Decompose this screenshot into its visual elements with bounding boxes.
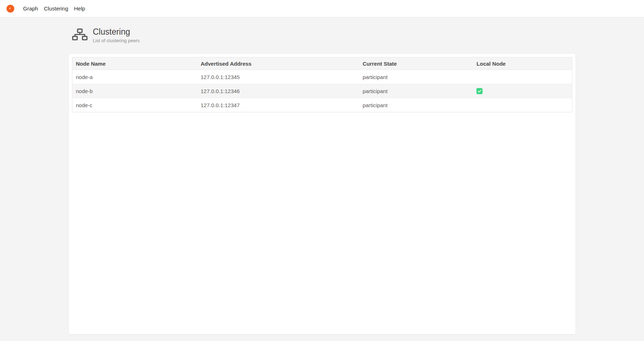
nav-item-graph[interactable]: Graph	[20, 0, 41, 17]
column-header-advertised-address: Advertised Address	[197, 57, 359, 70]
cell-advertised-address: 127.0.0.1:12345	[197, 70, 359, 84]
cell-local-node	[473, 70, 572, 84]
column-header-node-name: Node Name	[72, 57, 197, 70]
cell-node-name: node-a	[72, 70, 197, 84]
cell-node-name: node-c	[72, 98, 197, 112]
nav-item-clustering[interactable]: Clustering	[41, 0, 71, 17]
page-header: Clustering List of clustering peers	[68, 27, 576, 43]
app-logo-icon[interactable]	[4, 3, 16, 15]
table-row: node-c 127.0.0.1:12347 participant	[72, 98, 572, 112]
cell-current-state: participant	[359, 98, 473, 112]
table-header-row: Node Name Advertised Address Current Sta…	[72, 57, 572, 70]
peers-table: Node Name Advertised Address Current Sta…	[72, 57, 572, 112]
column-header-local-node: Local Node	[473, 57, 572, 70]
cell-local-node	[473, 98, 572, 112]
local-node-checkbox[interactable]	[476, 88, 483, 94]
page-title: Clustering	[93, 27, 140, 36]
cell-current-state: participant	[359, 84, 473, 98]
top-nav: Graph Clustering Help	[0, 0, 644, 17]
cell-node-name: node-b	[72, 84, 197, 98]
table-row: node-a 127.0.0.1:12345 participant	[72, 70, 572, 84]
page-subtitle: List of clustering peers	[93, 38, 140, 43]
column-header-current-state: Current State	[359, 57, 473, 70]
cell-advertised-address: 127.0.0.1:12346	[197, 84, 359, 98]
network-topology-icon	[72, 29, 88, 42]
main-content: Clustering List of clustering peers Node…	[68, 27, 576, 335]
table-row: node-b 127.0.0.1:12346 participant	[72, 84, 572, 98]
cell-local-node	[473, 84, 572, 98]
nav-item-help[interactable]: Help	[71, 0, 88, 17]
cell-advertised-address: 127.0.0.1:12347	[197, 98, 359, 112]
cell-current-state: participant	[359, 70, 473, 84]
peers-card: Node Name Advertised Address Current Sta…	[68, 53, 576, 335]
